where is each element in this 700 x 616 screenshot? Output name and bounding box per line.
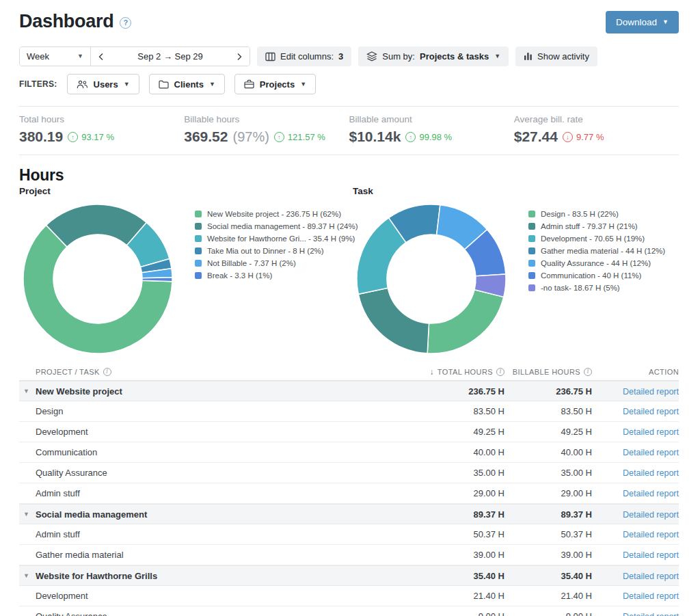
total-hours-cell: 236.75 H	[426, 386, 504, 397]
detailed-report-link[interactable]: Detailed report	[623, 448, 679, 457]
legend-item[interactable]: Development - 70.65 H (19%)	[528, 232, 665, 245]
table-row[interactable]: ▼ Admin stuff 29.00 H 29.00 H Detailed r…	[19, 483, 679, 504]
detailed-report-link[interactable]: Detailed report	[623, 572, 679, 581]
filters-bar: FILTERS: Users ▼ Clients ▼ P	[19, 74, 679, 94]
show-activity-button[interactable]: Show activity	[515, 46, 597, 66]
sum-by-value: Projects & tasks	[420, 51, 489, 62]
total-hours-cell: 21.40 H	[426, 591, 504, 601]
legend-item[interactable]: Take Mia out to Dinner - 8 H (2%)	[195, 245, 358, 257]
table-row[interactable]: ▼ Communication 40.00 H 40.00 H Detailed…	[19, 442, 679, 463]
layers-icon	[366, 51, 377, 62]
row-expand-caret-icon[interactable]: ▼	[23, 572, 29, 579]
legend-item[interactable]: Not Billable - 7.37 H (2%)	[195, 257, 358, 269]
table-row[interactable]: ▼ Website for Hawthorne Grills 35.40 H 3…	[19, 565, 679, 586]
legend-label: Communication - 40 H (11%)	[541, 271, 641, 280]
legend-item[interactable]: Break - 3.3 H (1%)	[195, 269, 358, 282]
detailed-report-link[interactable]: Detailed report	[623, 468, 679, 478]
legend-item[interactable]: Website for Hawthorne Gri... - 35.4 H (9…	[195, 232, 358, 245]
legend-label: Social media management - 89.37 H (24%)	[207, 222, 358, 230]
hours-section: Hours ProjectNew Website project - 236.7…	[19, 166, 679, 355]
trend-arrow-icon: ↑	[405, 132, 416, 142]
total-hours-cell: 9.00 H	[426, 611, 504, 616]
detailed-report-link[interactable]: Detailed report	[623, 510, 679, 520]
help-icon[interactable]: ?	[120, 17, 131, 29]
legend-item[interactable]: -no task- 18.67 H (5%)	[528, 282, 665, 294]
date-range[interactable]: Sep 2 → Sep 29	[111, 47, 229, 66]
detailed-report-link[interactable]: Detailed report	[623, 530, 679, 539]
project-task-cell: Communication	[36, 447, 97, 457]
detailed-report-link[interactable]: Detailed report	[623, 387, 679, 397]
col-billable-hours[interactable]: Billable hours i	[504, 368, 592, 376]
edit-columns-button[interactable]: Edit columns: 3	[257, 46, 351, 66]
donut-slice[interactable]	[427, 290, 504, 353]
detailed-report-link[interactable]: Detailed report	[623, 489, 679, 498]
stat-delta-value: 9.77 %	[576, 132, 604, 142]
filter-users-button[interactable]: Users ▼	[67, 74, 139, 94]
detailed-report-link[interactable]: Detailed report	[623, 550, 679, 560]
info-icon[interactable]: i	[496, 368, 504, 376]
stat-label: Total hours	[19, 114, 184, 124]
stat-delta-value: 93.17 %	[81, 132, 114, 142]
table-body: ▼ New Website project 236.75 H 236.75 H …	[19, 381, 679, 616]
project-task-cell: Quality Assurance	[36, 468, 107, 478]
users-icon	[77, 80, 88, 89]
legend-item[interactable]: Gather media material - 44 H (12%)	[528, 245, 665, 257]
date-next-button[interactable]	[229, 47, 250, 66]
period-value: Week	[27, 51, 49, 62]
col-total-hours[interactable]: ↓ Total hours i	[426, 367, 504, 377]
chart-title: Project	[19, 186, 353, 200]
legend-label: Design - 83.5 H (22%)	[541, 210, 619, 218]
legend-item[interactable]: Quality Assurance - 44 H (12%)	[528, 257, 665, 269]
sum-by-button[interactable]: Sum by: Projects & tasks ▼	[358, 46, 509, 66]
billable-hours-cell: 39.00 H	[504, 550, 592, 560]
table-row[interactable]: ▼ Quality Assurance 35.00 H 35.00 H Deta…	[19, 463, 679, 483]
legend-label: Not Billable - 7.37 H (2%)	[207, 259, 296, 267]
table-row[interactable]: ▼ New Website project 236.75 H 236.75 H …	[19, 381, 679, 401]
detailed-report-link[interactable]: Detailed report	[623, 427, 679, 437]
filter-projects-button[interactable]: Projects ▼	[234, 74, 316, 94]
bar-chart-icon	[524, 52, 533, 61]
table-row[interactable]: ▼ Gather media material 39.00 H 39.00 H …	[19, 545, 679, 565]
billable-hours-cell: 35.40 H	[504, 571, 592, 581]
legend-item[interactable]: Admin stuff - 79.37 H (21%)	[528, 220, 665, 232]
date-prev-button[interactable]	[91, 47, 111, 66]
table-row[interactable]: ▼ Development 49.25 H 49.25 H Detailed r…	[19, 422, 679, 442]
info-icon[interactable]: i	[584, 368, 592, 376]
chevron-down-icon: ▼	[209, 81, 215, 88]
table-row[interactable]: ▼ Quality Assurance 9.00 H 9.00 H Detail…	[19, 606, 679, 616]
legend-swatch	[195, 272, 202, 279]
filter-clients-button[interactable]: Clients ▼	[149, 74, 225, 94]
billable-hours-cell: 21.40 H	[504, 591, 592, 601]
billable-hours-cell: 49.25 H	[504, 427, 592, 437]
total-hours-cell: 35.40 H	[426, 571, 504, 581]
legend-item[interactable]: Design - 83.5 H (22%)	[528, 208, 665, 220]
row-expand-caret-icon[interactable]: ▼	[23, 511, 29, 518]
billable-hours-cell: 40.00 H	[504, 447, 592, 457]
stat-delta-value: 121.57 %	[288, 132, 325, 142]
info-icon[interactable]: i	[103, 368, 111, 376]
donut-slice[interactable]	[358, 288, 429, 353]
dashboard-page: Dashboard ? Download ▼ Week ▼ Sep 2 → Se…	[0, 11, 700, 616]
table-row[interactable]: ▼ Social media management 89.37 H 89.37 …	[19, 504, 679, 524]
table-row[interactable]: ▼ Design 83.50 H 83.50 H Detailed report	[19, 401, 679, 422]
download-label: Download	[616, 17, 657, 27]
total-hours-cell: 39.00 H	[426, 550, 504, 560]
detailed-report-link[interactable]: Detailed report	[623, 407, 679, 416]
download-button[interactable]: Download ▼	[606, 11, 679, 34]
project-task-cell: Development	[36, 427, 88, 437]
table-row[interactable]: ▼ Development 21.40 H 21.40 H Detailed r…	[19, 586, 679, 606]
row-expand-caret-icon[interactable]: ▼	[23, 388, 29, 394]
legend-item[interactable]: Social media management - 89.37 H (24%)	[195, 220, 358, 232]
legend-item[interactable]: Communication - 40 H (11%)	[528, 269, 665, 282]
legend-item[interactable]: New Website project - 236.75 H (62%)	[195, 208, 358, 220]
col-project-task[interactable]: Project / task i	[19, 368, 426, 376]
legend-swatch	[528, 247, 535, 254]
detailed-report-link[interactable]: Detailed report	[623, 612, 679, 616]
legend-swatch	[528, 235, 535, 242]
period-select[interactable]: Week ▼	[20, 47, 91, 66]
table-row[interactable]: ▼ Admin stuff 50.37 H 50.37 H Detailed r…	[19, 524, 679, 545]
chevron-down-icon: ▼	[300, 81, 306, 88]
detailed-report-link[interactable]: Detailed report	[623, 591, 679, 601]
total-hours-cell: 89.37 H	[426, 509, 504, 520]
donut-slice[interactable]	[142, 278, 172, 282]
